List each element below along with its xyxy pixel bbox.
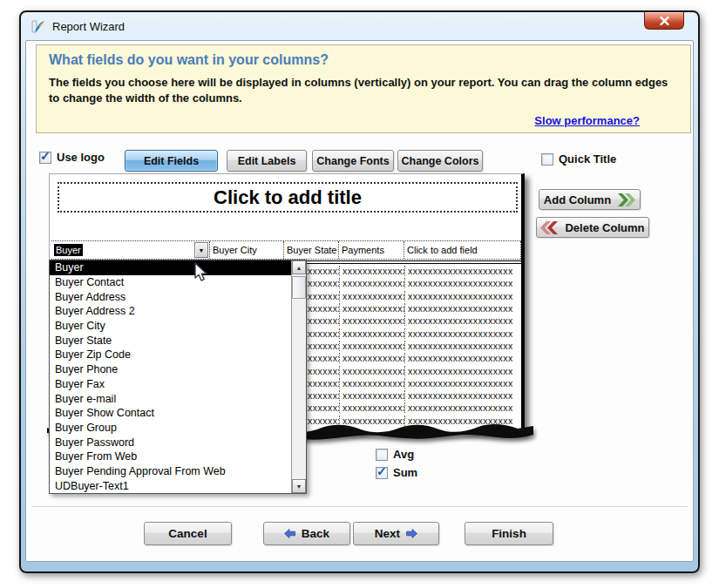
preview-data-cell: xxxxxxxxxxxxxx [339, 341, 404, 351]
app-icon [31, 19, 46, 34]
description-text: The fields you choose here will be displ… [49, 75, 669, 105]
add-column-button[interactable]: Add Column [539, 189, 641, 210]
finish-button[interactable]: Finish [465, 522, 553, 545]
delete-column-label: Delete Column [565, 221, 644, 234]
dropdown-item[interactable]: Buyer From Web [50, 449, 291, 464]
window-title: Report Wizard [52, 20, 125, 33]
triangle-down-icon: ▼ [296, 483, 302, 490]
avg-label: Avg [393, 448, 414, 461]
preview-data-cell: xxxxxxxxxxxxxx [339, 278, 404, 288]
change-fonts-button[interactable]: Change Fonts [312, 150, 394, 172]
preview-data-cell: xxxxxxxxxxxxxxxxxxxxx [404, 353, 521, 363]
back-button[interactable]: Back [263, 522, 350, 545]
preview-data-cell: xxxxxxxxxxxxxx [339, 402, 404, 413]
report-title-placeholder[interactable]: Click to add title [58, 182, 518, 213]
check-icon: ✓ [40, 149, 51, 163]
next-label: Next [375, 527, 400, 540]
preview-data-cell: xxxxxxxxxxxxxxxxxxxxx [404, 266, 521, 276]
dropdown-item[interactable]: Buyer Pending Approval From Web [50, 464, 291, 479]
column-field-combo[interactable]: Buyer ▼ [51, 241, 210, 259]
scroll-up-button[interactable]: ▲ [292, 260, 306, 274]
quick-title-checkbox-box[interactable] [541, 153, 553, 166]
cancel-button[interactable]: Cancel [144, 522, 232, 545]
check-icon: ✓ [376, 464, 387, 478]
avg-checkbox[interactable]: Avg [376, 448, 414, 461]
title-bar[interactable]: Report Wizard [21, 12, 698, 40]
report-wizard-window: Report Wizard What fields do you want in… [19, 10, 700, 573]
sum-checkbox-box[interactable]: ✓ [376, 467, 388, 479]
footer-divider [31, 506, 688, 507]
dropdown-item[interactable]: Buyer Password [50, 435, 291, 449]
column-header-add-field[interactable]: Click to add field [404, 241, 521, 259]
cancel-label: Cancel [168, 527, 207, 540]
quick-title-label: Quick Title [559, 152, 616, 166]
field-dropdown-list: BuyerBuyer ContactBuyer AddressBuyer Add… [50, 260, 291, 493]
report-title-text: Click to add title [214, 186, 362, 209]
preview-data-cell: xxxxxxxxxxxxxxxxxxxxx [404, 291, 521, 301]
double-chevron-right-icon [617, 193, 635, 206]
column-header-buyer-state[interactable]: Buyer State [284, 241, 339, 259]
column-header-payments[interactable]: Payments [339, 241, 404, 259]
next-button[interactable]: Next [353, 522, 439, 545]
use-logo-label: Use logo [57, 151, 105, 164]
finish-label: Finish [492, 527, 526, 540]
dropdown-item[interactable]: Buyer Phone [50, 362, 291, 377]
scrollbar-thumb[interactable] [292, 276, 306, 299]
page-title: What fields do you want in your columns? [49, 52, 678, 68]
scroll-down-button[interactable]: ▼ [292, 479, 306, 493]
dropdown-scrollbar[interactable]: ▲ ▼ [291, 260, 306, 493]
arrow-left-icon [284, 528, 295, 539]
preview-data-cell: xxxxxxxxxxxxxx [339, 315, 404, 326]
dropdown-item[interactable]: Buyer Address 2 [50, 304, 291, 319]
dropdown-item[interactable]: Buyer City [50, 319, 291, 334]
slow-performance-link[interactable]: Slow performance? [534, 114, 640, 127]
dropdown-item[interactable]: Buyer Zip Code [50, 348, 291, 362]
combo-value[interactable]: Buyer [51, 245, 194, 255]
preview-data-cell: xxxxxxxxxxxxxxxxxxxxx [404, 278, 521, 288]
dropdown-item[interactable]: Buyer Address [50, 289, 291, 304]
dropdown-item[interactable]: Buyer Group [50, 421, 291, 436]
dropdown-item[interactable]: UDBuyer-Text1 [50, 478, 291, 493]
use-logo-checkbox[interactable]: ✓ Use logo [39, 151, 105, 164]
preview-data-cell: xxxxxxxxxxxxxxxxxxxxx [404, 303, 521, 314]
preview-data-cell: xxxxxxxxxxxxxx [339, 291, 404, 301]
use-logo-checkbox-box[interactable]: ✓ [39, 152, 51, 164]
dropdown-item[interactable]: Buyer State [50, 333, 291, 348]
preview-data-cell: xxxxxxxxxxxxxx [339, 328, 404, 339]
chevron-down-icon: ▼ [199, 247, 205, 253]
field-dropdown: BuyerBuyer ContactBuyer AddressBuyer Add… [49, 260, 307, 494]
change-colors-button[interactable]: Change Colors [397, 150, 483, 172]
triangle-up-icon: ▲ [296, 265, 302, 271]
edit-labels-button[interactable]: Edit Labels [227, 150, 307, 172]
info-panel: What fields do you want in your columns?… [36, 44, 691, 133]
dialog-content: What fields do you want in your columns?… [25, 40, 694, 562]
sum-checkbox[interactable]: ✓ Sum [376, 466, 417, 479]
dropdown-item[interactable]: Buyer e-mail [50, 391, 291, 406]
preview-data-cell: xxxxxxxxxxxxxxxxxxxxx [404, 378, 521, 389]
preview-data-cell: xxxxxxxxxxxxxxxxxxxxx [404, 328, 521, 339]
combo-dropdown-button[interactable]: ▼ [194, 242, 208, 258]
preview-data-cell: xxxxxxxxxxxxxxxxxxxxx [404, 390, 521, 401]
dropdown-item[interactable]: Buyer Show Contact [50, 406, 291, 421]
mouse-cursor [194, 262, 209, 283]
preview-data-cell: xxxxxxxxxxxxxxxxxxxxx [404, 402, 521, 413]
edit-fields-button[interactable]: Edit Fields [125, 150, 218, 172]
column-header-buyer-city[interactable]: Buyer City [210, 241, 284, 259]
add-column-label: Add Column [544, 193, 611, 206]
preview-data-cell: xxxxxxxxxxxxxx [339, 366, 404, 376]
close-button[interactable] [644, 12, 684, 30]
preview-data-cell: xxxxxxxxxxxxxxxxxxxxx [404, 341, 521, 351]
preview-data-cell: xxxxxxxxxxxxxxxxxxxxx [404, 366, 521, 376]
back-label: Back [302, 527, 329, 540]
delete-column-button[interactable]: Delete Column [536, 217, 649, 238]
preview-column-headers: Buyer ▼ Buyer City Buyer State Payments … [51, 240, 521, 260]
dropdown-item[interactable]: Buyer [50, 260, 291, 275]
preview-data-cell: xxxxxxxxxxxxxxxxxxxxx [404, 315, 521, 326]
dropdown-item[interactable]: Buyer Contact [50, 275, 291, 290]
close-icon [660, 17, 669, 25]
double-chevron-left-icon [540, 221, 559, 234]
quick-title-checkbox[interactable]: Quick Title [541, 152, 616, 166]
avg-checkbox-box[interactable] [376, 449, 388, 461]
arrow-right-icon [406, 528, 417, 539]
dropdown-item[interactable]: Buyer Fax [50, 377, 291, 392]
